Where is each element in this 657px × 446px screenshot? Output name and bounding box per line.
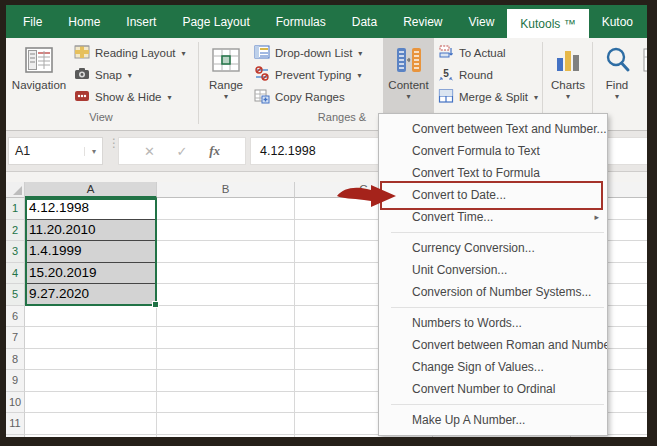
cell-b6[interactable] <box>157 306 295 328</box>
menu-item-convert-text-number[interactable]: Convert between Text and Number... <box>379 118 607 140</box>
row-header-5[interactable]: 5 <box>6 284 25 306</box>
row-header-9[interactable]: 9 <box>6 370 25 392</box>
find-button[interactable]: Find ▾ <box>596 42 638 118</box>
cell-b9[interactable] <box>157 370 295 392</box>
insert-function-icon[interactable]: fx <box>209 143 220 159</box>
cancel-icon[interactable]: ✕ <box>144 144 155 159</box>
menu-item-convert-to-date[interactable]: Convert to Date... <box>379 184 607 206</box>
view-group-label: View <box>6 111 196 123</box>
tab-kutools-plus-clipped[interactable]: Kutoo <box>589 5 646 38</box>
charts-button[interactable]: Charts ▾ <box>546 42 590 118</box>
chevron-down-icon: ▾ <box>615 93 619 100</box>
excel-window: File Home Insert Page Layout Formulas Da… <box>6 5 647 437</box>
round-label: Round <box>459 69 493 81</box>
navigation-button[interactable]: Navigation <box>10 42 68 118</box>
group-separator <box>542 42 543 124</box>
cell-b11[interactable] <box>157 413 295 435</box>
row-header-2[interactable]: 2 <box>6 220 25 242</box>
chevron-down-icon: ▾ <box>167 93 171 102</box>
menu-item-convert-text-to-formula[interactable]: Convert Text to Formula <box>379 162 607 184</box>
row-header-8[interactable]: 8 <box>6 349 25 371</box>
cell-b8[interactable] <box>157 349 295 371</box>
row-header-10[interactable]: 10 <box>6 392 25 414</box>
show-hide-button[interactable]: Show & Hide ▾ <box>74 88 172 106</box>
menu-item-numbers-to-words[interactable]: Numbers to Words... <box>379 312 607 334</box>
cell-b12[interactable] <box>157 435 295 438</box>
tab-home[interactable]: Home <box>55 5 113 38</box>
copy-ranges-label: Copy Ranges <box>275 91 345 103</box>
cell-a3[interactable]: 1.4.1999 <box>25 241 157 263</box>
copy-ranges-button[interactable]: Copy Ranges <box>254 88 345 106</box>
name-box[interactable]: A1 ▾ <box>8 137 103 165</box>
cell-b5[interactable] <box>157 284 295 306</box>
menu-item-roman-and-number[interactable]: Convert between Roman and Number... <box>379 334 607 356</box>
dropdown-list-icon <box>254 44 270 62</box>
cell-b2[interactable] <box>157 220 295 242</box>
select-all-button[interactable] <box>6 182 25 198</box>
row-header-12[interactable]: 12 <box>6 435 25 438</box>
row-header-7[interactable]: 7 <box>6 327 25 349</box>
to-actual-button[interactable]: To Actual <box>438 44 506 62</box>
cell-a10[interactable] <box>25 392 157 414</box>
reading-layout-label: Reading Layout <box>95 47 176 59</box>
select-button-clipped[interactable]: S <box>642 42 647 118</box>
menu-item-make-up-number[interactable]: Make Up A Number... <box>379 409 607 431</box>
tab-page-layout[interactable]: Page Layout <box>169 5 262 38</box>
menu-item-convert-time[interactable]: Convert Time... ▸ <box>379 206 607 228</box>
row-header-4[interactable]: 4 <box>6 263 25 285</box>
menu-item-number-to-ordinal[interactable]: Convert Number to Ordinal <box>379 378 607 400</box>
chevron-down-icon: ▾ <box>406 93 410 100</box>
tab-insert[interactable]: Insert <box>113 5 169 38</box>
cell-a7[interactable] <box>25 327 157 349</box>
row-header-1[interactable]: 1 <box>6 198 25 220</box>
menu-item-convert-formula-to-text[interactable]: Convert Formula to Text <box>379 140 607 162</box>
tab-view[interactable]: View <box>456 5 508 38</box>
cell-b1[interactable] <box>157 198 295 220</box>
menu-item-currency-conversion[interactable]: Currency Conversion... <box>379 237 607 259</box>
cell-b4[interactable] <box>157 263 295 285</box>
snap-button[interactable]: Snap ▾ <box>74 66 132 84</box>
chevron-down-icon[interactable]: ▾ <box>84 147 96 156</box>
name-box-value: A1 <box>15 144 30 158</box>
cell-a1[interactable]: 4.12.1998 <box>25 198 157 220</box>
menu-item-change-sign[interactable]: Change Sign of Values... <box>379 356 607 378</box>
range-icon <box>211 45 241 77</box>
column-header-a[interactable]: A <box>25 182 157 198</box>
tab-kutools[interactable]: Kutools ™ <box>507 9 588 38</box>
reading-layout-button[interactable]: Reading Layout ▾ <box>74 44 186 62</box>
cell-a6[interactable] <box>25 306 157 328</box>
dropdown-list-button[interactable]: Drop-down List ▾ <box>254 44 362 62</box>
round-button[interactable]: 5 Round <box>438 66 493 84</box>
tab-data[interactable]: Data <box>339 5 390 38</box>
enter-icon[interactable]: ✓ <box>177 144 188 159</box>
tab-review[interactable]: Review <box>390 5 455 38</box>
cell-b3[interactable] <box>157 241 295 263</box>
fill-handle[interactable] <box>152 301 159 308</box>
cell-a8[interactable] <box>25 349 157 371</box>
ribbon-tab-bar: File Home Insert Page Layout Formulas Da… <box>6 5 647 38</box>
merge-split-button[interactable]: Merge & Split ▾ <box>438 88 538 106</box>
prevent-typing-button[interactable]: Prevent Typing ▾ <box>254 66 362 84</box>
content-dropdown-menu: Convert between Text and Number... Conve… <box>378 113 608 436</box>
row-header-3[interactable]: 3 <box>6 241 25 263</box>
cell-a9[interactable] <box>25 370 157 392</box>
menu-item-number-systems[interactable]: Conversion of Number Systems... <box>379 281 607 303</box>
tab-file[interactable]: File <box>10 5 55 38</box>
cell-a12[interactable] <box>25 435 157 438</box>
svg-text:5: 5 <box>443 68 449 79</box>
copy-ranges-icon <box>254 88 270 106</box>
menu-separator <box>391 404 604 405</box>
cell-a4[interactable]: 15.20.2019 <box>25 263 157 285</box>
cell-a11[interactable] <box>25 413 157 435</box>
row-header-11[interactable]: 11 <box>6 413 25 435</box>
row-header-6[interactable]: 6 <box>6 306 25 328</box>
tab-formulas[interactable]: Formulas <box>263 5 339 38</box>
column-header-b[interactable]: B <box>157 182 295 198</box>
cell-b10[interactable] <box>157 392 295 414</box>
range-button[interactable]: Range ▾ <box>204 42 248 118</box>
cell-a2[interactable]: 11.20.2010 <box>25 220 157 242</box>
merge-split-icon <box>438 88 454 106</box>
menu-item-unit-conversion[interactable]: Unit Conversion... <box>379 259 607 281</box>
cell-a5[interactable]: 9.27.2020 <box>25 284 157 306</box>
cell-b7[interactable] <box>157 327 295 349</box>
